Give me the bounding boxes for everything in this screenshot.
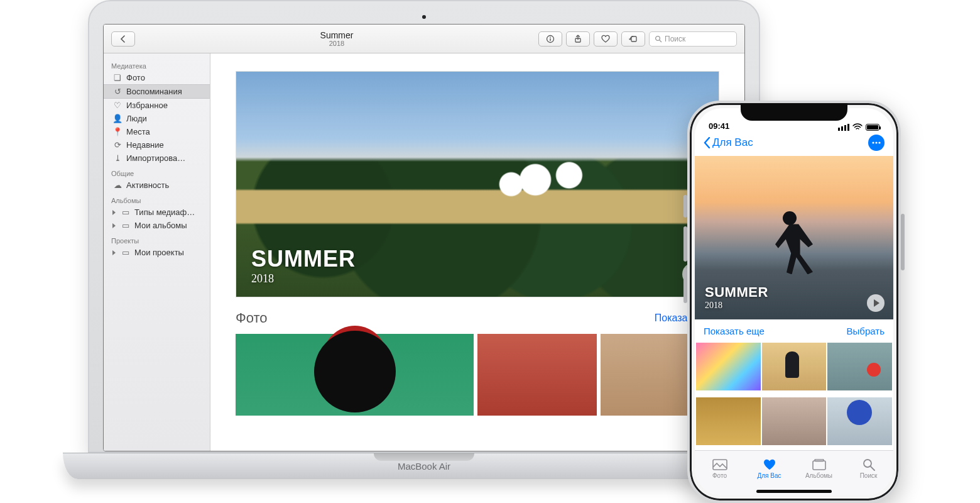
window-title-group: Summer 2018 <box>140 30 533 47</box>
sidebar-item-memories[interactable]: ↺Воспоминания <box>104 84 210 99</box>
folder-icon: ▭ <box>121 221 131 230</box>
memory-hero[interactable]: SUMMER 2018 <box>236 71 719 297</box>
favorite-button[interactable] <box>594 31 618 47</box>
sidebar-item-activity[interactable]: ☁Активность <box>104 179 210 192</box>
svg-line-14 <box>871 467 874 470</box>
share-button[interactable] <box>566 31 590 47</box>
svg-rect-4 <box>631 36 636 41</box>
import-icon: ⤓ <box>112 153 122 163</box>
show-more-link[interactable]: Показать еще <box>704 326 765 336</box>
svg-point-13 <box>864 460 871 467</box>
photos-main: SUMMER 2018 Фото Показать еще <box>210 53 744 451</box>
photos-app-window: Summer 2018 <box>103 24 745 451</box>
grid-photo[interactable] <box>827 343 892 390</box>
heart-icon: ♡ <box>112 101 122 110</box>
svg-point-8 <box>875 141 877 143</box>
svg-rect-11 <box>813 461 825 470</box>
battery-icon <box>866 124 879 131</box>
sidebar-section-albums: Альбомы <box>104 192 210 206</box>
photo-thumbnails <box>236 334 719 416</box>
sidebar-item-photos[interactable]: ❏Фото <box>104 71 210 84</box>
iphone-memory-hero[interactable]: SUMMER 2018 <box>695 156 893 319</box>
home-indicator[interactable] <box>695 487 893 495</box>
iphone-play-button[interactable] <box>867 294 885 312</box>
wifi-icon <box>852 123 863 131</box>
hero-figure <box>775 211 813 280</box>
grid-photo[interactable] <box>696 397 761 445</box>
sidebar-item-favorites[interactable]: ♡Избранное <box>104 99 210 112</box>
iphone-memory-caption: SUMMER 2018 <box>705 284 768 311</box>
sidebar-item-recent[interactable]: ⟳Недавние <box>104 138 210 152</box>
person-icon: 👤 <box>112 114 122 123</box>
grid-photo[interactable] <box>762 397 827 445</box>
disclosure-icon <box>112 223 116 228</box>
status-time: 09:41 <box>709 121 729 131</box>
iphone-memory-year: 2018 <box>705 301 768 311</box>
tab-photos[interactable]: Фото <box>695 451 744 487</box>
info-button[interactable] <box>538 31 562 47</box>
nav-back-button[interactable]: Для Вас <box>704 136 753 149</box>
photos-section-header: Фото Показать еще <box>236 310 719 326</box>
iphone-photo-grid <box>695 343 893 450</box>
more-button[interactable] <box>868 135 885 151</box>
iphone-device: 09:41 Для Вас SUMMER <box>687 101 901 503</box>
window-subtitle: 2018 <box>140 40 533 47</box>
ellipsis-icon <box>872 141 881 144</box>
macbook-model-label: MacBook Air <box>63 461 785 472</box>
folder-icon: ▭ <box>121 207 131 217</box>
macbook-base: MacBook Air <box>63 453 785 479</box>
photos-sidebar: Медиатека ❏Фото ↺Воспоминания ♡Избранное… <box>104 53 210 451</box>
sidebar-item-imports[interactable]: ⤓Импортирова… <box>104 152 210 165</box>
nav-bar: Для Вас <box>695 132 893 156</box>
svg-rect-2 <box>550 36 550 37</box>
select-link[interactable]: Выбрать <box>847 326 885 336</box>
photo-thumbnail[interactable] <box>236 334 474 416</box>
tab-albums[interactable]: Альбомы <box>794 451 844 487</box>
folder-icon: ▭ <box>121 248 131 257</box>
disclosure-icon <box>112 250 116 255</box>
photos-toolbar: Summer 2018 <box>104 25 744 53</box>
macbook-bezel: Summer 2018 <box>88 0 760 453</box>
svg-rect-12 <box>815 460 824 462</box>
side-button <box>901 214 905 270</box>
memory-title: SUMMER <box>251 246 356 272</box>
sidebar-section-shared: Общие <box>104 165 210 179</box>
sidebar-section-library: Медиатека <box>104 57 210 71</box>
search-field[interactable]: Поиск <box>649 31 737 47</box>
grid-photo[interactable] <box>762 343 827 390</box>
tab-search[interactable]: Поиск <box>844 451 893 487</box>
window-title: Summer <box>140 30 533 40</box>
iphone-screen: 09:41 Для Вас SUMMER <box>695 108 893 495</box>
iphone-link-row: Показать еще Выбрать <box>695 319 893 343</box>
facetime-camera <box>422 15 426 19</box>
photo-thumbnail[interactable] <box>477 334 597 416</box>
photos-heading: Фото <box>236 310 268 326</box>
rotate-button[interactable] <box>621 31 645 47</box>
iphone-memory-title: SUMMER <box>705 284 768 301</box>
disclosure-icon <box>112 210 116 215</box>
tab-bar: Фото Для Вас Альбомы Поиск <box>695 450 893 487</box>
svg-point-5 <box>656 36 660 40</box>
iphone-notch <box>741 103 847 121</box>
back-button[interactable] <box>111 31 135 47</box>
play-icon <box>874 299 879 307</box>
sidebar-item-places[interactable]: 📍Места <box>104 125 210 138</box>
svg-line-6 <box>660 40 662 42</box>
sidebar-section-projects: Проекты <box>104 232 210 246</box>
macbook-hinge-notch <box>374 453 474 461</box>
albums-tab-icon <box>811 458 827 471</box>
svg-rect-1 <box>550 38 550 41</box>
memory-year: 2018 <box>251 272 356 285</box>
macbook-device: Summer 2018 <box>88 0 760 478</box>
grid-photo[interactable] <box>696 343 761 390</box>
sidebar-item-my-projects[interactable]: ▭Мои проекты <box>104 246 210 259</box>
sidebar-item-my-albums[interactable]: ▭Мои альбомы <box>104 219 210 232</box>
sidebar-item-media-types[interactable]: ▭Типы медиаф… <box>104 206 210 219</box>
grid-photo[interactable] <box>827 397 892 445</box>
sidebar-item-people[interactable]: 👤Люди <box>104 112 210 125</box>
search-tab-icon <box>861 458 877 471</box>
cloud-icon: ☁ <box>112 180 122 190</box>
clock-icon: ⟳ <box>112 140 122 150</box>
tab-for-you[interactable]: Для Вас <box>744 451 794 487</box>
photos-tab-icon <box>712 458 728 471</box>
